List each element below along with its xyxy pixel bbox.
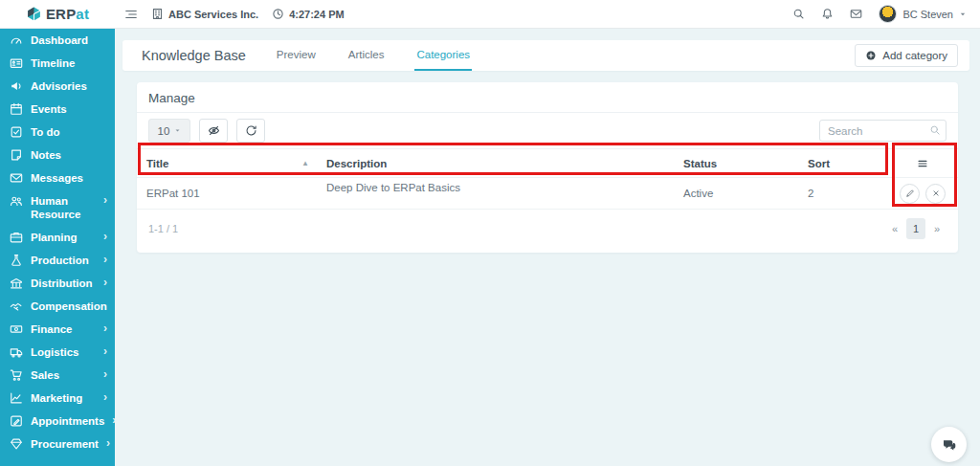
column-header-title[interactable]: Title ▴ [137, 158, 317, 169]
refresh-button[interactable] [236, 119, 265, 143]
sidebar-item-compensation[interactable]: Compensation› [0, 295, 115, 318]
sidebar-item-dashboard[interactable]: Dashboard [0, 29, 115, 52]
search-input[interactable] [819, 120, 947, 142]
notifications-bell-icon[interactable] [821, 8, 834, 20]
sidebar-item-distribution[interactable]: Distribution› [0, 272, 115, 295]
id-card-icon [10, 56, 23, 70]
sidebar-item-label: Procurement [31, 437, 99, 451]
flask-icon [10, 254, 23, 267]
search-icon[interactable] [792, 8, 805, 20]
pagination-page-1-button[interactable]: 1 [906, 218, 925, 239]
column-visibility-button[interactable] [199, 119, 228, 143]
table-header-row: Title ▴ Description Status Sort [137, 148, 958, 178]
erpat-logo-icon [26, 6, 42, 22]
sidebar-item-messages[interactable]: Messages [0, 166, 115, 189]
page-header-band: Knowledge Base PreviewArticlesCategories… [122, 40, 969, 71]
refresh-icon [245, 124, 257, 137]
messages-envelope-icon[interactable] [850, 8, 862, 20]
gauge-icon [10, 33, 23, 47]
pagination-prev-button[interactable]: « [885, 218, 904, 239]
sidebar-item-label: Human Resource [31, 194, 96, 221]
sidebar-item-label: Distribution [31, 277, 96, 290]
card-header: Manage [137, 82, 958, 113]
column-menu-button[interactable] [887, 157, 958, 170]
cell-sort: 2 [798, 188, 887, 199]
clock-icon [272, 8, 284, 20]
sidebar-item-logistics[interactable]: Logistics› [0, 341, 115, 364]
chevron-right-icon: › [112, 414, 115, 427]
manage-card: Manage 10 Title ▴ Description [137, 82, 958, 253]
sidebar-item-label: Events [31, 102, 107, 116]
company-selector[interactable]: ABC Services Inc. [151, 8, 258, 20]
tab-categories[interactable]: Categories [414, 40, 472, 71]
note-icon [10, 148, 23, 162]
sidebar-item-appointments[interactable]: Appointments› [0, 410, 115, 433]
eye-slash-icon [208, 124, 220, 137]
sidebar-item-label: Marketing [31, 391, 96, 405]
user-name: BC Steven [902, 9, 953, 20]
page-size-select[interactable]: 10 [148, 119, 190, 143]
caret-down-icon [174, 127, 181, 134]
pen-square-icon [10, 414, 23, 428]
column-header-sort[interactable]: Sort [798, 158, 887, 169]
tab-preview[interactable]: Preview [275, 40, 318, 71]
sidebar-item-production[interactable]: Production› [0, 249, 115, 272]
sidebar-item-label: Advisories [31, 79, 107, 93]
table-row: ERPat 101 Deep Dive to ERPat Basics Acti… [137, 178, 958, 210]
cell-title: ERPat 101 [137, 188, 317, 199]
sidebar-item-planning[interactable]: Planning› [0, 226, 115, 249]
sidebar: DashboardTimelineAdvisoriesEventsTo doNo… [0, 29, 115, 466]
add-category-button[interactable]: Add category [855, 44, 958, 67]
gem-icon [10, 437, 23, 451]
edit-row-button[interactable] [900, 184, 920, 204]
delete-row-button[interactable] [925, 184, 946, 204]
table-toolbar: 10 [137, 113, 958, 148]
sidebar-item-procurement[interactable]: Procurement› [0, 433, 115, 455]
sidebar-item-human-resource[interactable]: Human Resource› [0, 189, 115, 226]
cell-status: Active [674, 188, 798, 199]
sidebar-item-marketing[interactable]: Marketing› [0, 387, 115, 410]
search-icon [929, 124, 941, 136]
calendar-icon [10, 102, 23, 116]
sidebar-item-label: To do [31, 125, 107, 139]
users-icon [10, 194, 23, 208]
brand-logo[interactable]: ERPat [0, 0, 115, 29]
chevron-right-icon: › [103, 254, 107, 266]
tab-articles[interactable]: Articles [346, 40, 387, 71]
sidebar-item-notes[interactable]: Notes [0, 144, 115, 166]
page-title: Knowledge Base [122, 48, 275, 63]
card-title: Manage [148, 91, 195, 105]
column-header-status[interactable]: Status [674, 158, 798, 169]
briefcase-icon [10, 231, 23, 244]
money-icon [10, 322, 23, 336]
truck-icon [10, 345, 23, 359]
sidebar-item-finance[interactable]: Finance› [0, 318, 115, 341]
comments-icon [942, 437, 957, 453]
sidebar-toggle-icon[interactable] [124, 8, 138, 21]
column-header-description[interactable]: Description [317, 158, 674, 169]
chat-button[interactable] [931, 427, 967, 462]
sidebar-item-label: Logistics [31, 345, 96, 359]
building-icon [151, 8, 164, 20]
sidebar-item-label: Planning [31, 231, 96, 244]
chevron-right-icon: › [103, 345, 107, 358]
sort-asc-icon: ▴ [303, 159, 307, 167]
user-menu[interactable]: BC Steven [879, 5, 967, 23]
sidebar-item-label: Finance [31, 322, 96, 336]
check-square-icon [10, 125, 23, 139]
sidebar-item-events[interactable]: Events [0, 98, 115, 121]
envelope-icon [10, 171, 23, 185]
current-time: 4:27:24 PM [289, 9, 344, 20]
main-content: Knowledge Base PreviewArticlesCategories… [115, 29, 980, 466]
chevron-right-icon: › [106, 437, 110, 450]
sidebar-item-timeline[interactable]: Timeline [0, 52, 115, 75]
sidebar-item-to-do[interactable]: To do [0, 121, 115, 144]
caret-down-icon [959, 11, 967, 18]
table-footer: 1-1 / 1 « 1 » [137, 210, 958, 253]
sidebar-item-label: Production [31, 254, 96, 267]
sidebar-item-sales[interactable]: Sales› [0, 364, 115, 387]
sidebar-item-advisories[interactable]: Advisories [0, 75, 115, 98]
pagination-next-button[interactable]: » [927, 218, 947, 239]
chevron-right-icon: › [103, 277, 107, 289]
bank-icon [10, 277, 23, 290]
